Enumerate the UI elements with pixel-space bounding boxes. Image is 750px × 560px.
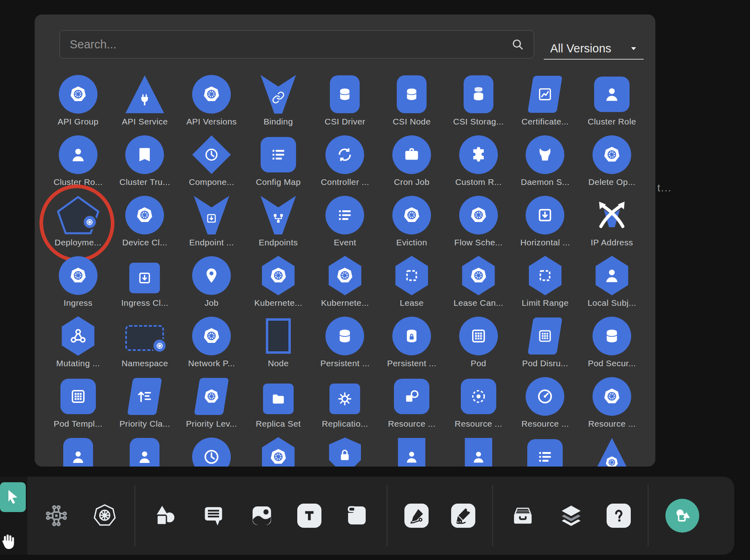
grid-item[interactable]: Pod Templ... [45, 376, 112, 437]
grid-item[interactable] [578, 437, 645, 467]
gauge-icon [526, 377, 564, 416]
grid-item[interactable] [378, 437, 445, 467]
grid-item[interactable]: Binding [245, 74, 312, 135]
infrastructure-library-tool[interactable] [44, 503, 69, 529]
grid-item[interactable] [178, 437, 245, 467]
grid-item[interactable]: Replica Set [245, 376, 312, 437]
grid-item[interactable]: Eviction [378, 195, 445, 255]
kubernetes-outline-icon [92, 503, 118, 529]
grid-item[interactable]: API Service [112, 74, 178, 135]
text-tool[interactable] [297, 504, 321, 528]
k8s-icon [593, 377, 631, 416]
grid-item[interactable]: Cron Job [378, 135, 445, 195]
grid-item[interactable]: Daemon S... [512, 135, 579, 195]
grid-item[interactable]: Local Subj... [578, 255, 645, 316]
grid-item-label: IP Address [591, 238, 633, 247]
deploy-icon [56, 195, 101, 235]
grid-item[interactable] [245, 437, 312, 467]
grid-item-label: CSI Storag... [453, 117, 503, 127]
grid-item[interactable]: Event [312, 195, 379, 255]
note-tool[interactable] [344, 503, 370, 529]
grid-item[interactable]: Resource ... [445, 376, 512, 437]
grid-item[interactable]: Deployme... [45, 195, 112, 255]
grid-item-label: Local Subj... [588, 298, 636, 308]
pin-icon [192, 256, 231, 295]
grid-item[interactable] [445, 437, 512, 467]
grid-item[interactable]: Compone... [178, 135, 245, 195]
image-tool[interactable] [249, 503, 275, 529]
grid-item[interactable]: Lease [378, 255, 445, 316]
grid-item[interactable]: Resource ... [512, 376, 579, 437]
grid-item[interactable]: Pod Secur... [578, 316, 645, 376]
node-icon [266, 318, 291, 354]
help-button[interactable] [607, 504, 631, 528]
grid-item[interactable]: Delete Op... [578, 135, 645, 195]
grid-item[interactable]: Config Map [245, 135, 312, 195]
grid-item[interactable]: Ingress [45, 255, 112, 316]
grid-item[interactable]: Device Cl... [112, 195, 178, 255]
grid-item[interactable]: Endpoint ... [178, 195, 245, 255]
grid-item-label: Pod Disru... [522, 359, 568, 368]
grid-item[interactable]: Resource ... [578, 376, 645, 437]
grid-item[interactable]: IP Address [578, 195, 645, 255]
shape-library-button[interactable] [665, 499, 699, 533]
comment-tool[interactable] [201, 503, 226, 529]
grid-item[interactable]: Pod [445, 316, 512, 376]
k8s-icon [192, 75, 231, 114]
grid-item[interactable]: Cluster Ro... [45, 135, 112, 195]
grid-item[interactable]: API Versions [178, 74, 245, 135]
pencil-tool[interactable] [451, 504, 475, 528]
version-filter-select[interactable]: All Versions [544, 38, 644, 60]
grid-item[interactable]: CSI Node [378, 74, 445, 135]
grid-item[interactable]: Priority Cla... [112, 376, 178, 437]
layers-tool[interactable] [558, 503, 584, 529]
grid-item[interactable]: Namespace [112, 316, 178, 376]
search-input[interactable] [60, 38, 510, 51]
pen-tool[interactable] [404, 504, 429, 528]
grid-item-label: Resource ... [521, 419, 569, 429]
folder-icon [263, 384, 294, 414]
grid-item[interactable]: Certificate... [512, 74, 579, 135]
grid-item-label: Node [268, 359, 289, 368]
grid-item[interactable]: Horizontal ... [512, 195, 579, 255]
grid-item[interactable] [312, 437, 379, 467]
grid-item[interactable]: Endpoints [245, 195, 312, 255]
grid-item[interactable]: Custom R... [445, 135, 512, 195]
grid-item[interactable]: Pod Disru... [512, 316, 579, 376]
grid-item[interactable]: Limit Range [512, 255, 579, 316]
pen-icon [407, 506, 426, 525]
grid-item[interactable]: Mutating ... [45, 316, 112, 376]
grid-item[interactable]: Cluster Role [578, 74, 645, 135]
grid-item[interactable] [112, 437, 178, 467]
grid-item[interactable]: Controller ... [312, 135, 379, 195]
grid-item[interactable]: Node [245, 316, 312, 376]
grid-item-label: Cluster Tru... [120, 177, 170, 187]
grid-item-label: Event [334, 238, 356, 247]
grid-item[interactable]: Priority Lev... [178, 376, 245, 437]
pan-tool[interactable] [0, 531, 18, 553]
grid-item[interactable]: Kubernete... [245, 255, 312, 316]
grid-item[interactable]: Job [178, 255, 245, 316]
grid-item[interactable]: Persistent ... [378, 316, 445, 376]
grid-item[interactable]: Ingress Cl... [112, 255, 178, 316]
clock-icon [192, 438, 231, 467]
shapes-tool[interactable] [152, 503, 178, 529]
grid-item[interactable]: Flow Sche... [445, 195, 512, 255]
grid-item[interactable]: CSI Storag... [445, 74, 512, 135]
grid-item[interactable]: CSI Driver [312, 74, 379, 135]
grid-item[interactable]: Persistent ... [312, 316, 379, 376]
grid-item[interactable] [45, 437, 112, 467]
kubernetes-library-tool[interactable] [92, 503, 118, 529]
grid-item[interactable]: Kubernete... [312, 255, 379, 316]
grid-item[interactable]: Resource ... [378, 376, 445, 437]
grid-item[interactable] [512, 437, 579, 467]
toolbar-divider [648, 485, 648, 546]
archive-tool[interactable] [510, 503, 536, 529]
grid-item[interactable]: Network P... [178, 316, 245, 376]
grid-item[interactable]: API Group [45, 74, 112, 135]
grid-item[interactable]: Cluster Tru... [112, 135, 178, 195]
k8s-icon [260, 437, 297, 467]
grid-item[interactable]: Lease Can... [445, 255, 512, 316]
grid-item[interactable]: Replicatio... [312, 376, 379, 437]
select-tool[interactable] [0, 482, 26, 512]
